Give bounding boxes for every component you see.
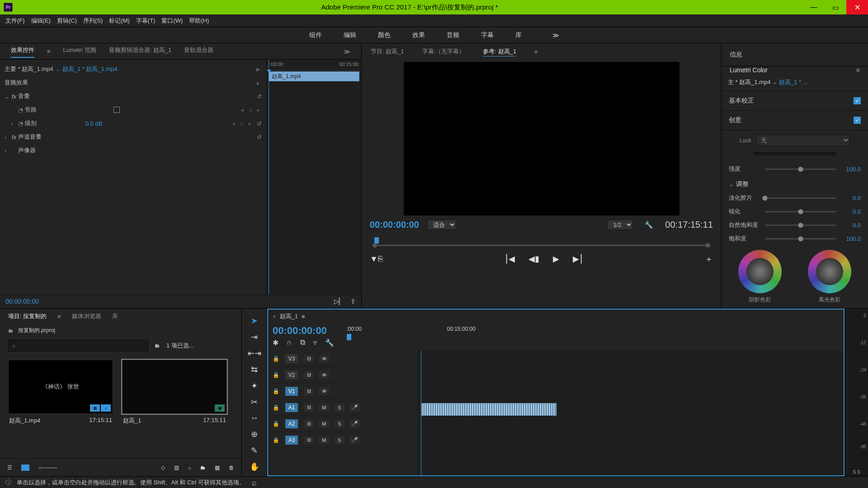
project-item[interactable]: ▣ 赵高_117:15:11 <box>122 360 227 455</box>
workspace-libraries[interactable]: 库 <box>515 31 522 39</box>
track-v3[interactable]: V3 <box>285 354 298 364</box>
search-icon[interactable]: ⌕ <box>188 465 191 471</box>
highlight-tint-wheel[interactable] <box>808 250 851 293</box>
solo-indicator[interactable]: S S <box>845 469 868 474</box>
workspace-overflow-icon[interactable]: ≫ <box>552 32 559 39</box>
track-a2[interactable]: A2 <box>285 419 298 429</box>
icon-view-icon[interactable] <box>21 465 29 471</box>
new-item-icon[interactable]: ▦ <box>215 465 220 471</box>
lock-icon[interactable]: 🔒 <box>273 437 279 443</box>
ripple-edit-tool[interactable]: ⇤⇥ <box>248 348 261 358</box>
sync-lock-icon[interactable]: ⊟ <box>304 355 314 363</box>
reset-icon[interactable]: ↺ <box>257 120 262 127</box>
stopwatch-icon[interactable]: ◔ <box>18 107 23 113</box>
vibrance-slider[interactable] <box>765 225 836 226</box>
mute-icon[interactable]: M <box>319 404 329 412</box>
toggle-output-icon[interactable]: 👁 <box>319 387 329 395</box>
project-search-input[interactable]: ⌕ <box>8 340 148 352</box>
workspace-assembly[interactable]: 组件 <box>309 31 322 39</box>
play-only-icon[interactable]: ▷▏ <box>334 298 344 305</box>
voice-over-icon[interactable]: 🎤 <box>350 404 360 412</box>
ec-playhead[interactable] <box>269 60 269 295</box>
pen-tool[interactable]: ✎ <box>248 446 261 455</box>
close-button[interactable]: ✕ <box>846 0 868 14</box>
voice-over-icon[interactable]: 🎤 <box>350 420 360 428</box>
fade-slider[interactable] <box>765 197 836 199</box>
fade-value[interactable]: 0.0 <box>841 195 861 202</box>
menu-sequence[interactable]: 序列(S) <box>81 16 104 26</box>
sharpen-slider[interactable] <box>765 211 836 212</box>
solo-icon[interactable]: S <box>335 404 344 412</box>
panel-menu-icon[interactable]: ≡ <box>57 313 61 320</box>
basic-correction-section[interactable]: 基本校正 <box>729 97 754 105</box>
track-a1[interactable]: A1 <box>285 403 298 413</box>
fx-volume[interactable]: 音量 <box>18 92 30 100</box>
fx-panner[interactable]: 声像器 <box>18 146 36 155</box>
panel-menu-icon[interactable]: ≡ <box>47 48 51 55</box>
menu-window[interactable]: 窗口(W) <box>160 16 184 26</box>
menu-clip[interactable]: 剪辑(C) <box>55 16 79 26</box>
timeline-ruler[interactable]: :00:00 00:15:00:00 <box>343 325 840 343</box>
reset-icon[interactable]: ↺ <box>257 134 262 141</box>
panel-menu-icon[interactable]: ≡ <box>302 313 305 320</box>
voice-over-icon[interactable]: 🎤 <box>350 436 360 444</box>
step-forward-icon[interactable]: ▶⎮ <box>573 254 583 264</box>
slip-tool[interactable]: ↔ <box>248 413 261 423</box>
level-value[interactable]: 0.0 dB <box>85 120 103 127</box>
trash-icon[interactable]: 🗑 <box>229 465 234 471</box>
find-icon[interactable]: ▥ <box>174 465 179 471</box>
stopwatch-icon[interactable]: ◔ <box>18 120 23 127</box>
selection-tool[interactable]: ➤ <box>248 316 261 326</box>
sync-lock-icon[interactable]: ⊟ <box>304 420 314 428</box>
slide-tool[interactable]: ⊕ <box>248 429 261 439</box>
nest-icon[interactable]: ✱ <box>273 338 278 347</box>
bypass-checkbox[interactable] <box>113 107 120 113</box>
lumetri-clip-crumb[interactable]: 赵高_1 * ... <box>779 79 808 85</box>
keyframe-nav[interactable]: ▶ <box>256 66 262 72</box>
ec-timecode[interactable]: 00:00:00:00 <box>5 298 39 305</box>
track-v1[interactable]: V1 <box>285 386 298 396</box>
menu-file[interactable]: 文件(F) <box>4 16 27 26</box>
close-sequence-icon[interactable]: × <box>273 313 276 320</box>
sequence-name[interactable]: 赵高_1 <box>280 312 298 320</box>
sharpen-value[interactable]: 0.0 <box>841 208 861 215</box>
track-select-tool[interactable]: ⇥ <box>248 332 261 342</box>
menu-edit[interactable]: 编辑(E) <box>29 16 52 26</box>
tab-program[interactable]: 节目: 赵高_1 <box>371 47 404 56</box>
project-item[interactable]: 《神话》 张世 ▦♪ 赵高_1.mp417:15:11 <box>8 360 113 455</box>
mute-icon[interactable]: M <box>319 436 329 444</box>
auto-match-icon[interactable]: ◇ <box>161 465 165 471</box>
lock-icon[interactable]: 🔒 <box>273 404 279 411</box>
solo-icon[interactable]: S <box>335 420 344 428</box>
look-select[interactable]: 无 <box>756 135 850 146</box>
tab-audio-clip-mixer[interactable]: 音频剪辑混合器: 赵高_1 <box>109 46 172 57</box>
workspace-color[interactable]: 颜色 <box>378 31 391 39</box>
resolution-select[interactable]: 1/2 <box>607 220 633 230</box>
solo-icon[interactable]: S <box>335 436 344 444</box>
workspace-audio[interactable]: 音频 <box>447 31 459 39</box>
shadow-tint-wheel[interactable] <box>738 250 782 293</box>
tab-project[interactable]: 项目: 按复制的 <box>8 312 47 320</box>
list-view-icon[interactable]: ☰ <box>7 465 12 471</box>
expand-icon[interactable]: › <box>5 134 9 141</box>
scrub-playhead[interactable] <box>374 237 379 244</box>
zoom-slider[interactable]: ○──── <box>38 465 57 471</box>
minimize-button[interactable]: — <box>803 0 825 14</box>
track-v2[interactable]: V2 <box>285 370 298 380</box>
intensity-slider[interactable] <box>765 169 836 170</box>
tab-effect-controls[interactable]: 效果控件 <box>11 46 34 57</box>
export-frame-icon[interactable]: ⇪ <box>350 298 356 305</box>
settings-icon[interactable]: 🔧 <box>645 221 653 229</box>
lumetri-color-title[interactable]: Lumetri Color <box>730 66 768 74</box>
sync-lock-icon[interactable]: ⊟ <box>304 436 314 444</box>
adjust-section[interactable]: 调整 <box>736 180 749 188</box>
new-bin-icon[interactable]: 🖿 <box>155 343 160 349</box>
lock-icon[interactable]: 🔒 <box>273 372 279 378</box>
tab-reference[interactable]: 参考: 赵高_1 <box>483 47 516 56</box>
go-to-in-icon[interactable]: ⎮◀ <box>505 254 515 264</box>
menu-title[interactable]: 字幕(T) <box>134 16 157 26</box>
rate-stretch-tool[interactable]: ✦ <box>248 381 261 391</box>
expand-icon[interactable]: › <box>5 147 9 154</box>
snap-icon[interactable]: ∩ <box>287 338 292 347</box>
reset-icon[interactable]: ↺ <box>257 93 262 100</box>
